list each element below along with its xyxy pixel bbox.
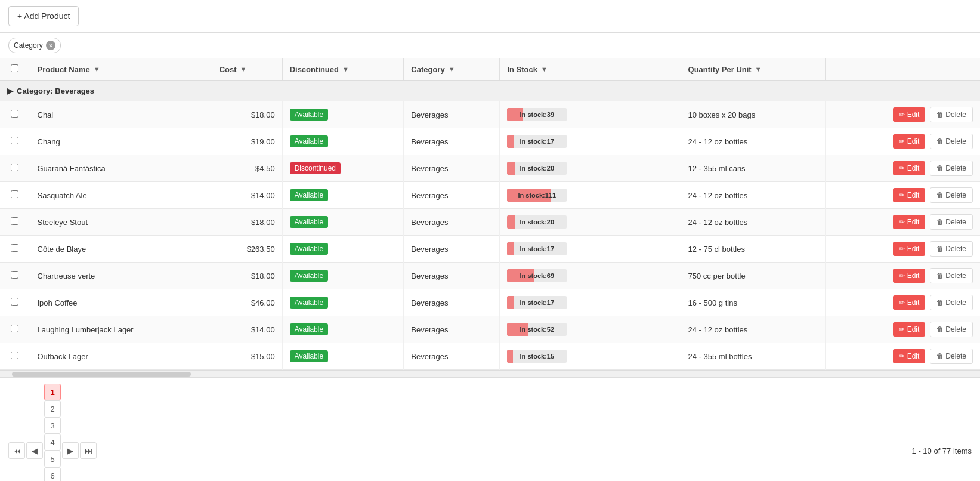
product-name-cell: Outback Lager <box>30 343 212 370</box>
product-name-cell: Steeleye Stout <box>30 209 212 236</box>
page-3-button[interactable]: 3 <box>44 417 61 434</box>
edit-button[interactable]: ✏ Edit <box>893 107 925 122</box>
cost-cell: $18.00 <box>212 209 282 236</box>
delete-button[interactable]: 🗑 Delete <box>930 295 973 310</box>
page-6-button[interactable]: 6 <box>44 467 61 481</box>
delete-button[interactable]: 🗑 Delete <box>930 349 973 364</box>
delete-button[interactable]: 🗑 Delete <box>930 187 973 203</box>
page-5-button[interactable]: 5 <box>44 451 61 467</box>
first-page-button[interactable]: ⏮ <box>8 442 25 459</box>
row-checkbox[interactable] <box>11 164 18 171</box>
th-qpu-label: Quantity Per Unit <box>688 65 752 74</box>
th-qpu: Quantity Per Unit ▼ <box>681 58 826 81</box>
edit-button[interactable]: ✏ Edit <box>893 322 925 337</box>
cost-cell: $46.00 <box>212 289 282 316</box>
instock-cell: In stock:52 <box>500 316 681 343</box>
next-page-button[interactable]: ▶ <box>62 442 79 459</box>
scrollbar-thumb[interactable] <box>12 372 191 377</box>
stock-bar: In stock:39 <box>507 108 567 121</box>
instock-cell: In stock:17 <box>500 236 681 263</box>
edit-button[interactable]: ✏ Edit <box>893 134 925 149</box>
pagination-controls: ⏮ ◀ 12345678 ▶ ⏭ <box>8 384 97 481</box>
product-name-cell: Sasquatch Ale <box>30 182 212 209</box>
edit-button[interactable]: ✏ Edit <box>893 295 925 310</box>
row-checkbox[interactable] <box>11 110 18 118</box>
stock-bar: In stock:111 <box>507 189 567 202</box>
qpu-cell: 24 - 12 oz bottles <box>681 182 826 209</box>
page-2-button[interactable]: 2 <box>44 400 61 417</box>
actions-cell: ✏ Edit 🗑 Delete <box>826 343 980 370</box>
th-actions <box>826 58 980 81</box>
edit-button[interactable]: ✏ Edit <box>893 349 925 363</box>
stock-bar-text: In stock:52 <box>507 323 567 336</box>
delete-button[interactable]: 🗑 Delete <box>930 161 973 176</box>
row-checkbox[interactable] <box>11 352 18 359</box>
edit-button[interactable]: ✏ Edit <box>893 215 925 229</box>
actions-cell: ✏ Edit 🗑 Delete <box>826 209 980 236</box>
delete-button[interactable]: 🗑 Delete <box>930 268 973 283</box>
cost-cell: $19.00 <box>212 128 282 155</box>
th-product-name-label: Product Name <box>38 65 90 74</box>
cost-filter-icon[interactable]: ▼ <box>240 66 247 73</box>
delete-button[interactable]: 🗑 Delete <box>930 214 973 230</box>
actions-cell: ✏ Edit 🗑 Delete <box>826 101 980 128</box>
qpu-cell: 24 - 12 oz bottles <box>681 209 826 236</box>
last-page-button[interactable]: ⏭ <box>80 442 97 459</box>
table-row: Outback Lager $15.00 Available Beverages… <box>0 343 980 370</box>
row-checkbox[interactable] <box>11 325 18 332</box>
instock-cell: In stock:17 <box>500 289 681 316</box>
table-row: Chartreuse verte $18.00 Available Bevera… <box>0 263 980 289</box>
actions-cell: ✏ Edit 🗑 Delete <box>826 182 980 209</box>
prev-page-button[interactable]: ◀ <box>26 442 43 459</box>
row-checkbox[interactable] <box>11 217 18 225</box>
qpu-cell: 16 - 500 g tins <box>681 289 826 316</box>
instock-filter-icon[interactable]: ▼ <box>541 66 548 73</box>
add-product-button[interactable]: + Add Product <box>8 6 79 26</box>
row-checkbox-cell <box>0 101 30 128</box>
horizontal-scrollbar[interactable] <box>0 370 980 377</box>
row-checkbox[interactable] <box>11 244 18 252</box>
qpu-cell: 12 - 75 cl bottles <box>681 236 826 263</box>
delete-button[interactable]: 🗑 Delete <box>930 241 973 257</box>
table-row: Côte de Blaye $263.50 Available Beverage… <box>0 236 980 263</box>
stock-bar-text: In stock:20 <box>507 215 567 229</box>
select-all-checkbox[interactable] <box>11 64 18 72</box>
discontinued-filter-icon[interactable]: ▼ <box>342 66 349 73</box>
row-checkbox[interactable] <box>11 137 18 144</box>
qpu-filter-icon[interactable]: ▼ <box>755 66 762 73</box>
delete-button[interactable]: 🗑 Delete <box>930 134 973 149</box>
filter-bar: Category ✕ <box>0 33 980 58</box>
category-filter-icon[interactable]: ▼ <box>449 66 455 73</box>
delete-button[interactable]: 🗑 Delete <box>930 107 973 122</box>
status-badge-available: Available <box>290 189 328 201</box>
row-checkbox-cell <box>0 343 30 370</box>
row-checkbox-cell <box>0 182 30 209</box>
edit-button[interactable]: ✏ Edit <box>893 188 925 202</box>
delete-button[interactable]: 🗑 Delete <box>930 322 973 337</box>
th-discontinued-label: Discontinued <box>290 65 339 74</box>
edit-button[interactable]: ✏ Edit <box>893 242 925 256</box>
th-instock-label: In Stock <box>507 65 537 74</box>
actions-cell: ✏ Edit 🗑 Delete <box>826 155 980 182</box>
row-checkbox[interactable] <box>11 271 18 279</box>
page-4-button[interactable]: 4 <box>44 434 61 451</box>
category-cell: Beverages <box>404 316 500 343</box>
row-checkbox[interactable] <box>11 190 18 198</box>
category-filter-tag[interactable]: Category ✕ <box>8 38 61 53</box>
filter-tag-close[interactable]: ✕ <box>46 41 55 50</box>
edit-button[interactable]: ✏ Edit <box>893 161 925 175</box>
status-badge-available: Available <box>290 243 328 255</box>
cost-cell: $14.00 <box>212 316 282 343</box>
edit-button[interactable]: ✏ Edit <box>893 269 925 283</box>
stock-bar-text: In stock:17 <box>507 296 567 309</box>
products-table: Product Name ▼ Cost ▼ Discontinued ▼ <box>0 58 980 370</box>
row-checkbox-cell <box>0 316 30 343</box>
row-checkbox[interactable] <box>11 298 18 306</box>
product-name-filter-icon[interactable]: ▼ <box>94 66 100 73</box>
table-row: Chai $18.00 Available Beverages In stock… <box>0 101 980 128</box>
status-badge-discontinued: Discontinued <box>290 162 341 174</box>
discontinued-cell: Available <box>282 236 404 263</box>
page-1-button[interactable]: 1 <box>44 384 61 400</box>
qpu-cell: 10 boxes x 20 bags <box>681 101 826 128</box>
table-header-row: Product Name ▼ Cost ▼ Discontinued ▼ <box>0 58 980 81</box>
